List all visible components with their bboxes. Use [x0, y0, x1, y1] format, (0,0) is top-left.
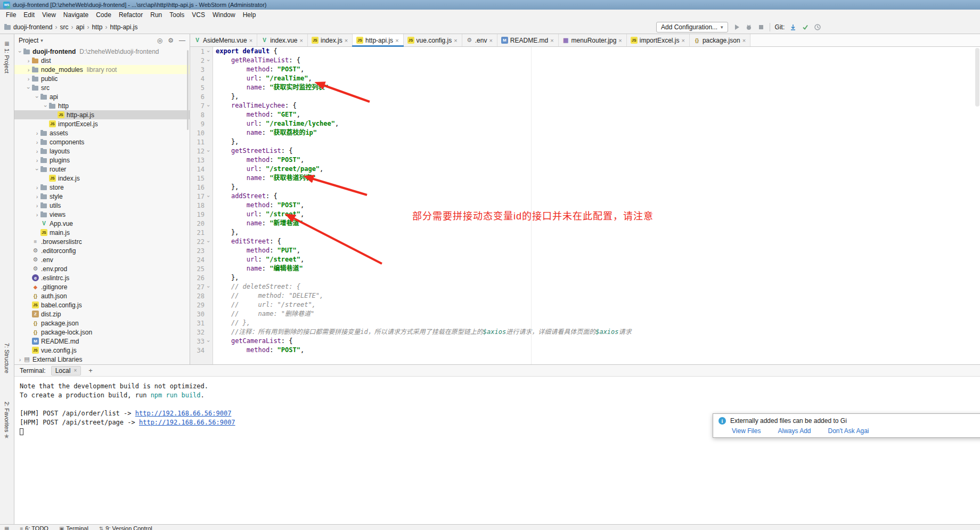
tree-item-assets[interactable]: ›assets	[14, 128, 190, 137]
code-line-30[interactable]: // name: "删除巷道"	[216, 309, 980, 319]
tree-item-gitignore[interactable]: ◆.gitignore	[14, 282, 190, 291]
close-tab-icon[interactable]: ×	[344, 37, 348, 44]
tree-chevron-icon[interactable]: ›	[34, 139, 40, 145]
tree-item-public[interactable]: ›public	[14, 74, 190, 83]
code-line-21[interactable]: },	[216, 228, 980, 237]
tree-chevron-icon[interactable]: ›	[34, 148, 40, 154]
menu-item-edit[interactable]: Edit	[20, 10, 38, 20]
git-commit-icon[interactable]	[802, 23, 809, 31]
code-line-23[interactable]: method: "PUT",	[216, 246, 980, 255]
run-icon[interactable]	[733, 23, 740, 31]
tree-item-api[interactable]: ›api	[14, 92, 190, 101]
tree-chevron-icon[interactable]: ›	[34, 157, 40, 164]
tree-chevron-icon[interactable]: ›	[34, 202, 40, 209]
gear-icon[interactable]: ⚙	[168, 37, 174, 44]
close-tab-icon[interactable]: ×	[618, 37, 622, 44]
hide-panel-icon[interactable]: ―	[179, 37, 185, 44]
git-update-icon[interactable]	[789, 23, 797, 31]
tree-item-router[interactable]: ›router	[14, 165, 190, 174]
code-line-22[interactable]: editStreet: {	[216, 237, 980, 246]
menu-item-refactor[interactable]: Refactor	[115, 10, 146, 20]
code-line-31[interactable]: // },	[216, 319, 980, 328]
fold-marker-icon[interactable]: ›	[206, 147, 211, 155]
statusbar-item-9-version-control[interactable]: ⇅9: Version Control	[99, 525, 152, 530]
breadcrumb-item-duoji-frontend[interactable]: duoji-frontend	[13, 23, 52, 31]
code-line-25[interactable]: name: "编辑巷道"	[216, 264, 980, 273]
code-line-9[interactable]: url: "/realTime/lychee",	[216, 119, 980, 128]
tree-item-index-js[interactable]: JSindex.js	[14, 174, 190, 183]
tree-chevron-icon[interactable]: ›	[17, 356, 23, 363]
editor-tab-readme-md[interactable]: MREADME.md×	[497, 34, 559, 46]
stop-icon[interactable]	[757, 23, 765, 31]
breadcrumb-item-http-api-js[interactable]: http-api.js	[110, 23, 137, 31]
project-tool-window-button[interactable]: ▦ 1: Project	[0, 40, 14, 73]
fold-marker-icon[interactable]: ›	[206, 283, 211, 291]
close-tab-icon[interactable]: ×	[249, 37, 253, 44]
debug-icon[interactable]	[745, 23, 753, 31]
code-line-1[interactable]: export default {	[216, 47, 980, 56]
code-line-6[interactable]: },	[216, 92, 980, 101]
tree-item-plugins[interactable]: ›plugins	[14, 156, 190, 165]
menu-item-navigate[interactable]: Navigate	[60, 10, 92, 20]
close-tab-icon[interactable]: ×	[488, 37, 493, 44]
menu-item-run[interactable]: Run	[146, 10, 166, 20]
code-line-11[interactable]: },	[216, 137, 980, 146]
notification-action-don-t-ask-agai[interactable]: Don't Ask Agai	[828, 427, 869, 435]
editor-tab-index-vue[interactable]: Vindex.vue×	[257, 34, 308, 46]
close-tab-icon[interactable]: ×	[681, 37, 685, 44]
favorites-tool-window-button[interactable]: 2: Favorites	[0, 402, 14, 432]
code-line-33[interactable]: getCameraList: {	[216, 337, 980, 346]
fold-marker-icon[interactable]: ›	[206, 192, 211, 200]
tree-item-env-prod[interactable]: ⚙.env.prod	[14, 264, 190, 273]
tree-item-main-js[interactable]: JSmain.js	[14, 228, 190, 237]
project-scrollbar[interactable]	[187, 50, 189, 130]
tree-item-src[interactable]: ›src	[14, 83, 190, 92]
terminal-tab-local[interactable]: Local ×	[51, 366, 81, 376]
terminal-link[interactable]: http://192.168.66.56:9007	[135, 410, 232, 417]
tree-item-store[interactable]: ›store	[14, 183, 190, 192]
code-line-24[interactable]: url: "/street",	[216, 255, 980, 264]
tree-chevron-icon[interactable]: ›	[34, 93, 40, 100]
tree-item-importexcel-js[interactable]: JSimportExcel.js	[14, 119, 190, 128]
tree-chevron-icon[interactable]: ›	[25, 58, 32, 64]
tree-item-http-api-js[interactable]: JShttp-api.js	[14, 110, 190, 119]
code-line-26[interactable]: },	[216, 273, 980, 282]
terminal-output[interactable]: Note that the development build is not o…	[14, 377, 980, 524]
tree-item-components[interactable]: ›components	[14, 137, 190, 146]
close-tab-icon[interactable]: ×	[453, 37, 458, 44]
tree-item-external-libraries[interactable]: ›▤External Libraries	[14, 355, 190, 364]
code-line-5[interactable]: name: "获取实时监控列表"	[216, 83, 980, 92]
add-configuration-button[interactable]: Add Configuration... ▾	[656, 22, 728, 32]
tree-item-eslintrc-js[interactable]: e.eslintrc.js	[14, 273, 190, 282]
close-tab-icon[interactable]: ×	[395, 37, 399, 44]
code-line-32[interactable]: //注释：所有用到删除的接口都需要拼接变量id，所以请求方式采用了挂载在原型链上…	[216, 328, 980, 337]
tree-item-dist-zip[interactable]: Zdist.zip	[14, 309, 190, 319]
tree-item-vue-config-js[interactable]: JSvue.config.js	[14, 346, 190, 355]
editor-tab-http-api-js[interactable]: JShttp-api.js×	[353, 34, 403, 46]
tree-item-auth-json[interactable]: {}auth.json	[14, 291, 190, 300]
code-line-34[interactable]: method: "POST",	[216, 346, 980, 355]
code-line-10[interactable]: name: "获取荔枝的ip"	[216, 128, 980, 137]
tree-item-dist[interactable]: ›dist	[14, 56, 190, 65]
tree-chevron-icon[interactable]: ›	[26, 84, 32, 91]
tree-chevron-icon[interactable]: ›	[43, 102, 49, 109]
statusbar-item-terminal[interactable]: ▣Terminal	[59, 525, 88, 530]
breadcrumb-item-http[interactable]: http	[92, 23, 102, 31]
code-line-13[interactable]: method: "POST",	[216, 156, 980, 165]
terminal-link[interactable]: http://192.168.66.56:9007	[139, 419, 235, 426]
code-line-28[interactable]: // method: "DELETE",	[216, 291, 980, 300]
editor-tab-importexcel-js[interactable]: JSimportExcel.js×	[627, 34, 690, 46]
tree-item-babel-config-js[interactable]: JSbabel.config.js	[14, 300, 190, 309]
close-tab-icon[interactable]: ×	[550, 37, 554, 44]
locate-file-icon[interactable]: ◎	[157, 37, 162, 44]
code-line-8[interactable]: method: "GET",	[216, 110, 980, 119]
tree-chevron-icon[interactable]: ›	[17, 48, 23, 55]
breadcrumb-item-api[interactable]: api	[76, 23, 84, 31]
menu-item-tools[interactable]: Tools	[166, 10, 188, 20]
editor-tab-vue-config-js[interactable]: JSvue.config.js×	[404, 34, 462, 46]
tree-item-node-modules[interactable]: ›node_moduleslibrary root	[14, 65, 190, 74]
tree-item-app-vue[interactable]: VApp.vue	[14, 219, 190, 228]
code-line-17[interactable]: addStreet: {	[216, 192, 980, 201]
close-tab-icon[interactable]: ×	[742, 37, 746, 44]
tree-chevron-icon[interactable]: ›	[34, 211, 40, 218]
